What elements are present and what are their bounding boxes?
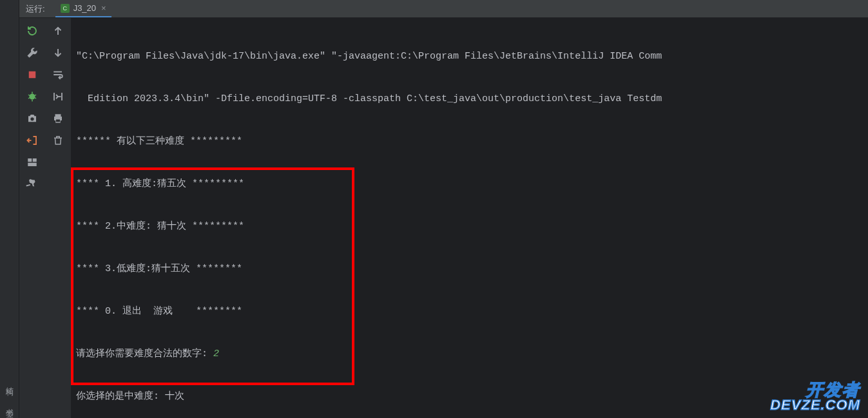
svg-point-1	[30, 94, 35, 100]
java-class-icon: C	[61, 4, 70, 13]
svg-rect-10	[33, 158, 37, 162]
run-label: 运行:	[26, 3, 45, 15]
svg-line-6	[28, 98, 30, 99]
console-output[interactable]: "C:\Program Files\Java\jdk-17\bin\java.e…	[71, 18, 868, 418]
run-toolbar-col1	[19, 18, 45, 418]
prompt-line: 请选择你需要难度合法的数字: 2	[76, 343, 863, 365]
tab-name: J3_20	[73, 3, 96, 13]
trash-icon[interactable]	[52, 134, 64, 147]
run-tab[interactable]: C J3_20 ×	[55, 0, 111, 17]
run-topbar: 运行: C J3_20 ×	[19, 0, 868, 18]
cmd-line: "C:\Program Files\Java\jdk-17\bin\java.e…	[76, 46, 863, 67]
rail-bookmark-label[interactable]: 书签	[4, 403, 15, 405]
output-line: **** 0. 退出 游戏 ********	[76, 301, 863, 322]
run-toolbar-col2	[45, 18, 71, 418]
svg-rect-13	[56, 120, 60, 122]
svg-line-7	[35, 95, 36, 96]
rail-structure-label[interactable]: 结构	[4, 381, 15, 383]
svg-rect-11	[28, 163, 37, 166]
left-rail: 结构 书签	[0, 0, 19, 418]
pin-icon[interactable]	[23, 175, 41, 193]
wrench-icon[interactable]	[26, 46, 39, 59]
user-input: 2	[213, 348, 219, 359]
debug-rerun-icon[interactable]	[26, 90, 39, 103]
svg-line-12	[26, 184, 30, 187]
close-icon[interactable]: ×	[101, 3, 106, 13]
output-line: ****** 有以下三种难度 *********	[76, 131, 863, 152]
rerun-icon[interactable]	[26, 24, 39, 37]
svg-rect-0	[29, 71, 36, 79]
scroll-end-icon[interactable]	[52, 90, 64, 103]
output-line: **** 3.低难度:猜十五次 ********	[76, 258, 863, 280]
exit-icon[interactable]	[26, 134, 39, 147]
output-line: **** 1. 高难度:猜五次 *********	[76, 173, 863, 195]
cmd-line: Edition 2023.3.4\bin" -Dfile.encoding=UT…	[76, 88, 863, 109]
svg-point-8	[30, 117, 34, 120]
output-line: **** 2.中难度: 猜十次 *********	[76, 216, 863, 237]
run-content: "C:\Program Files\Java\jdk-17\bin\java.e…	[19, 18, 868, 418]
layout-icon[interactable]	[26, 156, 39, 169]
soft-wrap-icon[interactable]	[52, 68, 64, 81]
up-arrow-icon[interactable]	[52, 24, 64, 37]
run-panel: 运行: C J3_20 ×	[19, 0, 868, 418]
stop-icon[interactable]	[26, 68, 39, 81]
svg-rect-9	[28, 158, 32, 162]
camera-icon[interactable]	[26, 112, 39, 125]
print-icon[interactable]	[52, 112, 64, 125]
output-line: 你选择的是中难度: 十次	[76, 386, 863, 407]
down-arrow-icon[interactable]	[52, 46, 64, 59]
svg-line-5	[35, 98, 36, 99]
svg-line-4	[28, 95, 30, 96]
